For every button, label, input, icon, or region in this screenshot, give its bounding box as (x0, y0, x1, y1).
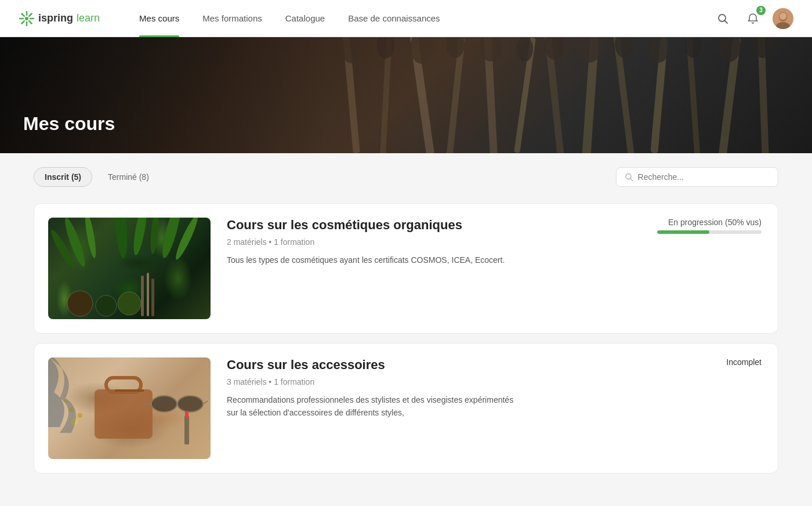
tabs-row: Inscrit (5) Terminé (8) (34, 167, 778, 187)
svg-point-52 (96, 295, 117, 316)
main-content: Inscrit (5) Terminé (8) (17, 153, 795, 497)
search-button[interactable] (712, 8, 733, 29)
svg-point-48 (149, 218, 160, 255)
svg-rect-54 (141, 276, 144, 316)
svg-point-37 (648, 37, 669, 63)
status-label-cosmetiques: En progression (50% vus) (657, 218, 762, 227)
notification-wrapper[interactable]: 3 (742, 8, 763, 29)
svg-line-42 (630, 179, 633, 181)
tab-termine[interactable]: Terminé (8) (97, 167, 160, 187)
svg-rect-55 (147, 273, 149, 316)
svg-line-68 (203, 401, 208, 404)
svg-line-10 (725, 20, 728, 23)
course-status-cosmetiques: En progression (50% vus) (657, 218, 762, 234)
course-thumbnail-accessoires (48, 357, 211, 459)
bell-icon (747, 13, 759, 24)
logo-text-ispring: ispring (38, 12, 73, 24)
course-description-cosmetiques: Tous les types de cosmétiques ayant les … (227, 254, 517, 266)
thumbnail-accessories (48, 357, 211, 459)
nav-link-mes-cours[interactable]: Mes cours (128, 0, 191, 37)
search-icon (717, 13, 728, 24)
svg-point-53 (118, 292, 141, 315)
svg-point-50 (131, 218, 149, 256)
logo-icon (19, 10, 35, 27)
search-input[interactable] (638, 172, 770, 182)
tab-inscrit[interactable]: Inscrit (5) (34, 167, 92, 187)
nav-link-catalogue[interactable]: Catalogue (274, 0, 336, 37)
course-card-accessoires: Cours sur les accessoires 3 matériels • … (34, 343, 778, 474)
thumbnail-leaves (48, 218, 211, 319)
avatar[interactable] (773, 8, 793, 29)
svg-point-44 (83, 218, 98, 259)
svg-line-6 (29, 21, 31, 23)
course-description-accessoires: Recommandations professionneles des styl… (227, 393, 517, 420)
search-box (616, 167, 778, 187)
logo[interactable]: ispring learn (19, 10, 100, 27)
course-meta-cosmetiques: 2 matériels • 1 formation (227, 237, 764, 247)
nav-links: Mes cours Mes formations Catalogue Base … (128, 0, 712, 37)
course-thumbnail-cosmetiques (48, 218, 211, 319)
svg-point-0 (25, 17, 28, 20)
hero-background: Mes cours (0, 37, 812, 153)
hero-decoration (0, 37, 812, 153)
svg-point-28 (341, 37, 362, 63)
hero-banner: Mes cours (0, 37, 812, 153)
avatar-image (773, 8, 793, 29)
course-content-accessoires: Cours sur les accessoires 3 matériels • … (227, 357, 764, 420)
svg-point-14 (780, 13, 786, 20)
svg-point-29 (377, 37, 394, 59)
svg-rect-69 (184, 415, 189, 444)
progress-bar-cosmetiques (657, 230, 762, 234)
nav-link-base[interactable]: Base de connaissances (336, 0, 451, 37)
nav-actions: 3 (712, 8, 793, 29)
svg-point-35 (578, 37, 602, 63)
svg-point-32 (480, 37, 502, 62)
course-title-accessoires: Cours sur les accessoires (227, 357, 764, 373)
svg-rect-70 (185, 411, 188, 418)
svg-point-61 (78, 413, 82, 418)
course-meta-accessoires: 3 matériels • 1 formation (227, 377, 764, 386)
svg-point-33 (517, 37, 533, 62)
progress-fill-cosmetiques (657, 230, 709, 234)
course-status-accessoires: Incomplet (726, 357, 762, 367)
svg-line-8 (22, 21, 24, 23)
nav-link-mes-formations[interactable]: Mes formations (191, 0, 274, 37)
course-card-cosmetiques: Cours sur les cosmétiques organiques 2 m… (34, 203, 778, 334)
svg-point-64 (151, 396, 177, 412)
svg-point-65 (177, 396, 203, 412)
svg-rect-56 (151, 279, 154, 316)
svg-line-7 (29, 13, 31, 16)
hero-title: Mes cours (23, 113, 115, 135)
svg-point-49 (112, 218, 129, 259)
svg-point-51 (67, 291, 93, 316)
search-box-icon (625, 172, 633, 182)
status-incomplete-accessoires: Incomplet (726, 357, 762, 367)
navbar: ispring learn Mes cours Mes formations C… (0, 0, 812, 37)
svg-rect-59 (115, 389, 144, 392)
notification-badge: 3 (756, 6, 766, 15)
logo-text-learn: learn (77, 12, 100, 24)
svg-line-5 (22, 13, 24, 16)
svg-rect-57 (95, 389, 153, 439)
svg-point-40 (753, 37, 773, 58)
